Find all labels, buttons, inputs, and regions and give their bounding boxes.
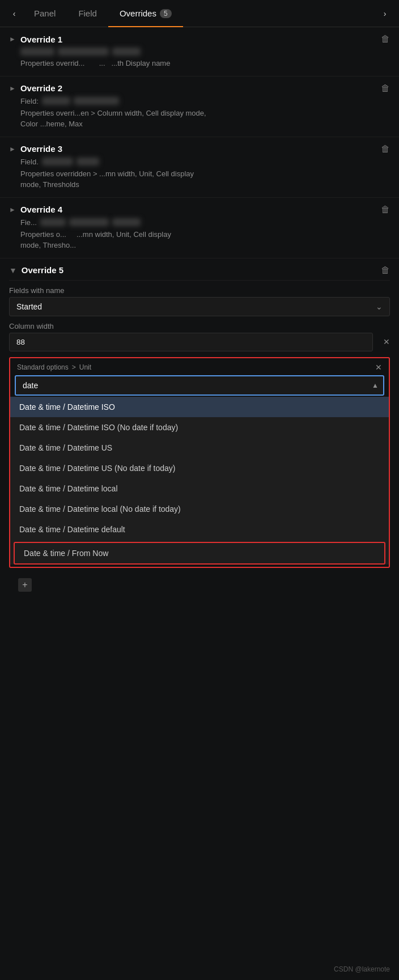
chevron-right-icon: ► (9, 206, 16, 214)
tab-bar-left-arrow[interactable]: ‹ (6, 0, 23, 27)
override-1: ► Override 1 🗑 Properties overrid... ...… (0, 27, 399, 77)
blur-block (74, 97, 119, 105)
tab-overrides[interactable]: Overrides 5 (108, 0, 183, 27)
override-3-props: Properties overridden > ...mn width, Uni… (20, 168, 390, 190)
watermark: CSDN @lakernote (334, 965, 390, 973)
override-5-header: ▼ Override 5 🗑 (9, 258, 390, 281)
standard-options-header: Standard options > Unit ✕ (10, 358, 389, 375)
blur-block (42, 158, 73, 166)
override-2-field-row: Field: (20, 97, 390, 105)
chevron-right-icon: › (384, 9, 387, 18)
overrides-badge: 5 (160, 9, 172, 18)
tab-panel[interactable]: Panel (23, 0, 67, 27)
chevron-right-icon: ► (9, 145, 16, 153)
field-label: Fie... (20, 218, 37, 227)
override-3-field-row: Field. (20, 158, 390, 166)
override-5-delete[interactable]: 🗑 (381, 265, 390, 275)
blur-block (58, 48, 109, 56)
override-2-delete[interactable]: 🗑 (381, 83, 390, 94)
override-2: ► Override 2 🗑 Field: Properties overri.… (0, 77, 399, 137)
override-1-field-row (20, 48, 390, 56)
blur-block (77, 158, 99, 166)
breadcrumb-separator: > (72, 363, 76, 371)
dropdown-item-from-now[interactable]: Date & time / From Now (15, 543, 384, 563)
fields-with-name-label: Fields with name (9, 286, 390, 295)
override-3-title: Override 3 (20, 144, 62, 154)
unit-dropdown-list: Date & time / Datetime ISO Date & time /… (10, 397, 389, 565)
blur-block (112, 48, 141, 56)
dropdown-item-datetime-iso-nodate[interactable]: Date & time / Datetime ISO (No date if t… (10, 417, 389, 438)
column-width-label: Column width (9, 322, 390, 330)
chevron-down-icon[interactable]: ▼ (9, 266, 17, 275)
column-width-close[interactable]: ✕ (383, 337, 390, 346)
unit-search-input[interactable] (15, 375, 384, 396)
chevron-down-icon: ⌄ (376, 302, 383, 311)
override-5-title: Override 5 (22, 265, 63, 275)
blur-block (69, 218, 109, 226)
tab-field[interactable]: Field (67, 0, 108, 27)
plus-row: + (9, 572, 390, 597)
override-4-props: Properties o... ...mn width, Unit, Cell … (20, 229, 390, 251)
blur-block (42, 97, 70, 105)
chevron-right-icon: ► (9, 35, 16, 43)
breadcrumb-unit: Unit (79, 363, 91, 371)
field-label: Field. (20, 158, 39, 166)
override-5-section: ▼ Override 5 🗑 Fields with name Started … (0, 258, 399, 604)
fields-with-name-value: Started (16, 302, 42, 311)
override-1-props: Properties overrid... ... ...th Display … (20, 58, 390, 69)
chevron-left-icon: ‹ (13, 9, 16, 18)
dropdown-item-datetime-iso[interactable]: Date & time / Datetime ISO (10, 397, 389, 417)
override-3: ► Override 3 🗑 Field. Properties overrid… (0, 137, 399, 198)
standard-options-close[interactable]: ✕ (375, 363, 382, 372)
override-4-title: Override 4 (20, 205, 62, 214)
chevron-up-icon: ▲ (372, 381, 379, 389)
field-label: Field: (20, 97, 39, 105)
override-4-field-row: Fie... (20, 218, 390, 227)
plus-icon: + (22, 580, 27, 590)
breadcrumb-label: Standard options (17, 363, 69, 371)
unit-input-wrap: ▲ (15, 375, 384, 396)
blur-block (20, 48, 54, 56)
dropdown-item-datetime-default[interactable]: Date & time / Datetime default (10, 519, 389, 540)
tab-bar: ‹ Panel Field Overrides 5 › (0, 0, 399, 27)
blur-block (40, 218, 66, 226)
override-3-delete[interactable]: 🗑 (381, 144, 390, 154)
dropdown-item-datetime-us-nodate[interactable]: Date & time / Datetime US (No date if to… (10, 458, 389, 478)
dropdown-item-from-now-wrap: Date & time / From Now (14, 542, 385, 565)
override-1-delete[interactable]: 🗑 (381, 34, 390, 44)
dropdown-item-datetime-us[interactable]: Date & time / Datetime US (10, 438, 389, 458)
blur-block (112, 218, 141, 226)
add-override-button[interactable]: + (18, 578, 32, 592)
override-2-props: Properties overri...en > Column width, C… (20, 108, 390, 130)
dropdown-item-datetime-local[interactable]: Date & time / Datetime local (10, 478, 389, 499)
chevron-right-icon: ► (9, 84, 16, 92)
fields-with-name-select[interactable]: Started ⌄ (9, 297, 390, 316)
override-2-title: Override 2 (20, 83, 62, 93)
tab-bar-right-arrow[interactable]: › (376, 0, 393, 27)
standard-options-section: Standard options > Unit ✕ ▲ Date & time … (9, 357, 390, 568)
column-width-row: ✕ (9, 333, 390, 351)
dropdown-item-datetime-local-nodate[interactable]: Date & time / Datetime local (No date if… (10, 499, 389, 519)
override-4-delete[interactable]: 🗑 (381, 205, 390, 215)
override-1-title: Override 1 (20, 35, 62, 44)
column-width-input[interactable] (9, 333, 373, 351)
override-4: ► Override 4 🗑 Fie... Properties o... ..… (0, 198, 399, 258)
